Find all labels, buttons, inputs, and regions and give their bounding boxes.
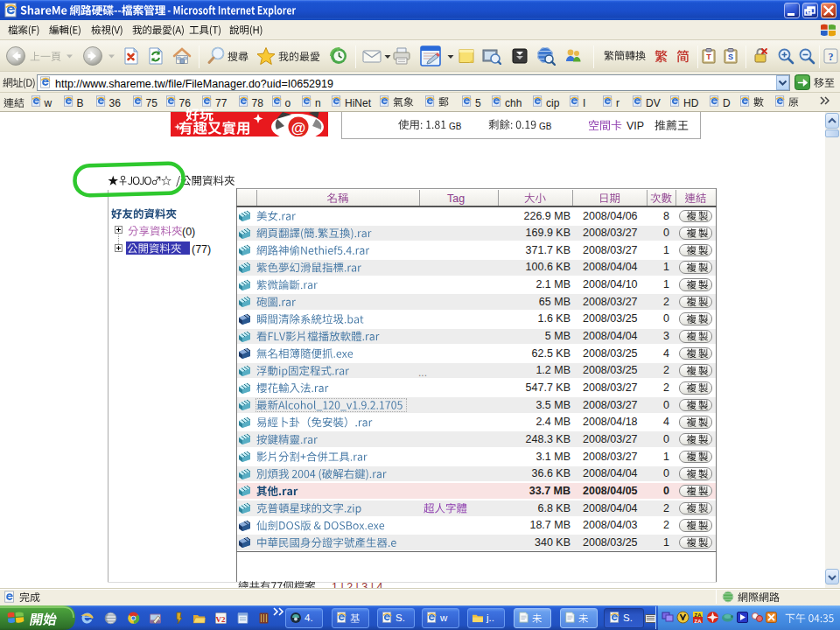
svg-text:?: ? — [829, 51, 834, 63]
svg-text:ZA: ZA — [695, 612, 703, 618]
svg-text:ZA: ZA — [695, 619, 703, 624]
svg-text:T: T — [706, 52, 711, 61]
svg-text:@: @ — [291, 120, 306, 136]
svg-text:V2: V2 — [216, 615, 226, 624]
svg-text:S: S — [728, 52, 733, 61]
